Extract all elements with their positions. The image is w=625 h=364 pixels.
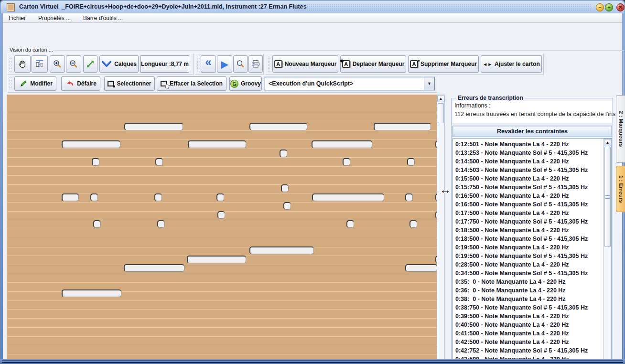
note-hole[interactable] [405, 264, 437, 272]
error-list-item[interactable]: 0:16:500 - Note Manquante Sol # 5 - 415,… [455, 200, 602, 209]
error-list-item[interactable]: 0:18:500 - Note Manquante La 4 - 220 Hz [455, 226, 602, 235]
vertical-scroll-thumb[interactable] [438, 103, 444, 123]
error-list-item[interactable]: 0:14:500 - Note Manquante La 4 - 220 Hz [455, 157, 602, 166]
toolbar-grip[interactable] [9, 77, 12, 89]
move-marker-button[interactable]: A✱ Deplacer Marqueur [340, 55, 406, 73]
preview-button[interactable] [233, 55, 248, 73]
note-hole[interactable] [435, 140, 437, 148]
error-list-item[interactable]: 0:38: 0 - Note Manquante La 4 - 220 Hz [455, 295, 602, 303]
margins-button[interactable] [32, 55, 48, 73]
revalidate-constraints-button[interactable]: Revalider les contraintes [453, 126, 612, 137]
note-hole[interactable] [93, 220, 101, 228]
note-hole[interactable] [154, 193, 162, 201]
note-hole[interactable] [90, 193, 98, 201]
new-marker-button[interactable]: A Nouveau Marqueur [272, 55, 338, 73]
note-hole[interactable] [157, 220, 165, 228]
note-hole[interactable] [188, 140, 246, 148]
note-hole[interactable] [407, 158, 415, 166]
pan-button[interactable] [14, 55, 31, 73]
calques-button[interactable]: Calques [99, 55, 139, 73]
note-hole[interactable] [343, 158, 350, 166]
combobox-dropdown-button[interactable]: ▼ [424, 77, 434, 90]
print-button[interactable] [248, 55, 263, 73]
note-hole[interactable] [312, 140, 372, 148]
fit-carton-button[interactable]: ◄► Ajuster le carton [481, 55, 542, 73]
note-hole[interactable] [435, 211, 437, 219]
minimize-button[interactable]: − [596, 3, 604, 11]
close-button[interactable]: ✕ [616, 3, 625, 11]
note-hole[interactable] [346, 220, 354, 228]
error-list-item[interactable]: 0:28:500 - Note Manquante La 4 - 220 Hz [455, 260, 602, 269]
modify-button[interactable]: Modifier [14, 76, 56, 91]
fit-zoom-button[interactable] [83, 55, 97, 73]
error-list-item[interactable]: 0:13:253 - Note Manquante Sol # 5 - 415,… [455, 149, 602, 157]
note-hole[interactable] [62, 193, 79, 201]
error-list-item[interactable]: 0:17:500 - Note Manquante La 4 - 220 Hz [455, 209, 602, 217]
note-hole[interactable] [62, 289, 121, 297]
note-hole[interactable] [281, 184, 289, 192]
menu-item[interactable]: Barre d'outils ... [83, 15, 123, 21]
error-list-item[interactable]: 0:15:500 - Note Manquante La 4 - 220 Hz [455, 174, 602, 183]
error-list-item[interactable]: 0:40:500 - Note Manquante La 4 - 220 Hz [455, 321, 602, 329]
note-hole[interactable] [405, 193, 413, 201]
note-hole[interactable] [435, 193, 437, 201]
note-hole[interactable] [187, 256, 246, 263]
canvas-vertical-scrollbar[interactable]: ▲ ▼ [437, 95, 445, 364]
error-list-item[interactable]: 0:38:750 - Note Manquante Sol # 5 - 415,… [455, 303, 602, 312]
select-button[interactable]: Selectionner [104, 76, 155, 91]
maximize-button[interactable]: + [605, 3, 613, 11]
note-hole[interactable] [409, 220, 417, 228]
quickscript-combobox[interactable]: <Execution d'un QuickScript> ▼ [265, 77, 435, 90]
note-hole[interactable] [155, 158, 163, 166]
error-list-item[interactable]: 0:42:500 - Note Manquante La 4 - 220 Hz [455, 338, 602, 346]
note-hole[interactable] [249, 246, 314, 254]
toolbar-grip[interactable] [9, 56, 12, 72]
error-list-item[interactable]: 0:18:500 - Note Manquante Sol # 5 - 415,… [455, 235, 602, 243]
error-list-item[interactable]: 0:36: 0 - Note Manquante La 4 - 220 Hz [455, 286, 602, 295]
carton-canvas[interactable] [7, 95, 437, 364]
error-list-item[interactable]: 0:15:750 - Note Manquante Sol # 5 - 415,… [455, 183, 602, 192]
rewind-button[interactable]: « [201, 55, 216, 73]
error-list-item[interactable]: 0:42:752 - Note Manquante Sol # 5 - 415,… [455, 346, 602, 355]
error-list-item[interactable]: 0:35: 0 - Note Manquante La 4 - 220 Hz [455, 278, 602, 286]
note-hole[interactable] [374, 123, 431, 130]
error-list-item[interactable]: 0:41:500 - Note Manquante La 4 - 220 Hz [455, 329, 602, 338]
error-list-item[interactable]: 0:19:500 - Note Manquante La 4 - 220 Hz [455, 243, 602, 252]
error-list-item[interactable]: 0:34:500 - Note Manquante Sol # 5 - 415,… [455, 269, 602, 278]
tab-erreurs[interactable]: 1 : Erreurs [616, 166, 625, 212]
note-hole[interactable] [124, 123, 183, 130]
clear-selection-button[interactable]: Effacer la Selection [157, 76, 226, 91]
scroll-up-button[interactable]: ▲ [437, 95, 444, 102]
undo-button[interactable]: Défaire [61, 76, 100, 91]
title-bar[interactable]: Carton Virtuel _FOIRE+circus+Hoop+de+doo… [1, 1, 624, 13]
groovy-button[interactable]: G Groovy [229, 76, 262, 91]
error-list-item[interactable]: 0:12:501 - Note Manquante La 4 - 220 Hz [455, 140, 602, 149]
errors-list-scrollbar[interactable]: ▲ ▼ [603, 139, 612, 364]
toolbar-grip[interactable] [197, 56, 200, 72]
note-hole[interactable] [62, 140, 120, 148]
note-hole[interactable] [283, 202, 291, 210]
error-list-item[interactable]: 0:19:500 - Note Manquante Sol # 5 - 415,… [455, 252, 602, 260]
note-hole[interactable] [216, 193, 224, 201]
toolbar-grip[interactable] [268, 56, 271, 72]
menu-item[interactable]: Propriétés ... [38, 15, 71, 21]
error-list-item[interactable]: 0:14:503 - Note Manquante Sol # 5 - 415,… [455, 166, 602, 174]
note-hole[interactable] [92, 158, 99, 166]
zoom-out-button[interactable] [66, 55, 81, 73]
note-hole[interactable] [435, 256, 437, 263]
zoom-in-button[interactable] [50, 55, 65, 73]
delete-marker-button[interactable]: A↗ Supprimer Marqueur [408, 55, 479, 73]
note-hole[interactable] [249, 123, 307, 130]
scroll-up-button[interactable]: ▲ [604, 139, 611, 146]
note-hole[interactable] [217, 211, 225, 219]
errors-scroll-thumb[interactable] [604, 147, 611, 247]
errors-list[interactable]: 0:12:501 - Note Manquante La 4 - 220 Hz0… [453, 138, 612, 364]
note-hole[interactable] [312, 193, 384, 201]
error-list-item[interactable]: 0:16:500 - Note Manquante La 4 - 220 Hz [455, 192, 602, 200]
menu-item[interactable]: Fichier [9, 15, 26, 21]
note-hole[interactable] [124, 264, 184, 272]
note-hole[interactable] [280, 150, 287, 157]
play-button[interactable]: ▶ [217, 55, 232, 73]
tab-marqueurs[interactable]: 2 : Marqueurs [616, 95, 625, 163]
error-list-item[interactable]: 0:17:750 - Note Manquante Sol # 5 - 415,… [455, 217, 602, 226]
